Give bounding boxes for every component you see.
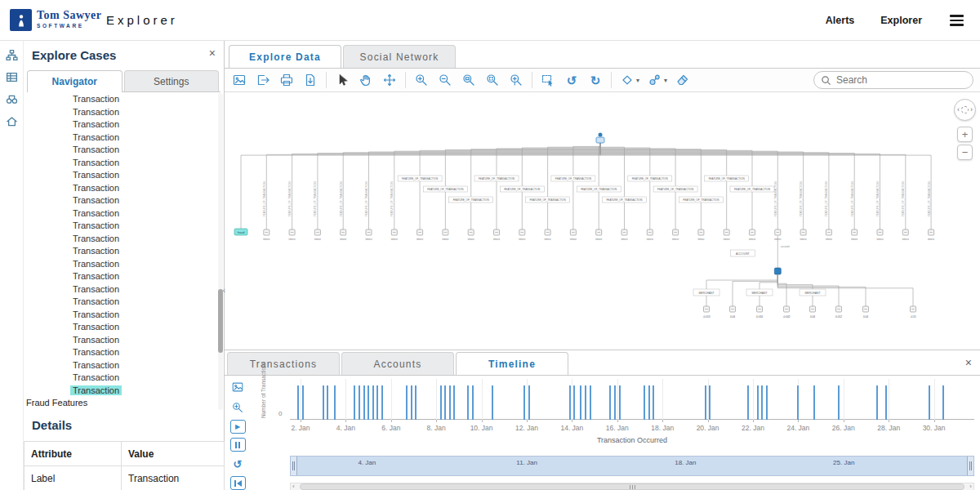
horizontal-scrollbar[interactable]: ‹ › (290, 483, 974, 490)
tree-item-transaction[interactable]: Transaction (24, 258, 224, 271)
tree-item-transaction[interactable]: Transaction (24, 106, 224, 119)
print-icon[interactable] (278, 72, 295, 88)
table-row[interactable]: Label Transaction (24, 466, 225, 490)
graph-label: FEATURE_OF_TRANSACTION (453, 198, 489, 202)
tree-item-transaction[interactable]: Transaction (24, 169, 224, 182)
tree-item-fraud-features[interactable]: Fraud Features (24, 397, 224, 410)
cluster-dropdown[interactable]: ▾ (647, 72, 667, 88)
move-icon[interactable] (381, 72, 398, 88)
zoom-in-button[interactable]: + (957, 127, 973, 142)
pause-icon[interactable] (230, 438, 246, 452)
brush-right-handle[interactable] (967, 457, 973, 475)
reset-icon[interactable]: ↺ (229, 456, 246, 472)
tree-item-transaction[interactable]: Transaction (24, 131, 224, 145)
tree-item-transaction[interactable]: Transaction (24, 220, 224, 233)
brush-left-handle[interactable] (291, 457, 297, 475)
nav-alerts[interactable]: Alerts (826, 15, 854, 26)
tree-item-transaction[interactable]: Transaction (24, 372, 224, 385)
timeline-brush[interactable]: 4. Jan11. Jan18. Jan25. Jan (290, 456, 974, 476)
layout-dropdown[interactable]: ▾ (619, 72, 639, 88)
tree-item-transaction[interactable]: Transaction (24, 270, 224, 283)
zoom-out-icon[interactable] (437, 72, 453, 88)
interactive-zoom-icon[interactable] (508, 72, 524, 88)
zoom-box-icon[interactable] (461, 72, 477, 88)
tab-accounts[interactable]: Accounts (341, 352, 454, 375)
tab-explore-data[interactable]: Explore Data (229, 45, 341, 68)
layout-diamond-icon[interactable] (619, 72, 635, 88)
tree-item-transaction[interactable]: Transaction (24, 233, 224, 246)
tree-item-transaction[interactable]: Transaction (24, 283, 224, 296)
scrollbar-thumb[interactable] (218, 289, 223, 353)
tree-item-transaction[interactable]: Transaction (24, 144, 224, 157)
graph-root-node[interactable] (599, 133, 603, 137)
tom-sawyer-logo[interactable]: Tom Sawyer SOFTWARE (10, 9, 102, 31)
pan-hand-icon[interactable] (358, 72, 374, 88)
select-cursor-icon[interactable] (334, 72, 350, 88)
tree-item-transaction[interactable]: Transaction (24, 334, 224, 347)
close-bottom-panel-icon[interactable]: × (965, 357, 972, 368)
graph-label: timest (289, 238, 296, 241)
eraser-icon[interactable] (675, 72, 691, 88)
zoom-in-icon[interactable] (413, 72, 430, 88)
panel-collapse-icon[interactable]: ‹ (223, 286, 225, 295)
export-pdf-icon[interactable] (302, 72, 318, 88)
graph-svg[interactable]: FEATURE_OF_TRANSACTIONFEATURE_OF_TRANSAC… (225, 92, 980, 350)
grid-icon[interactable] (4, 69, 19, 84)
graph-nav-pad[interactable]: ‹ › (954, 99, 976, 121)
timeline-plot[interactable] (290, 376, 974, 420)
tree-item-transaction[interactable]: Transaction (24, 194, 224, 207)
redo-icon[interactable]: ↻ (587, 72, 604, 88)
fence-select-icon[interactable] (540, 72, 556, 88)
pan-left-icon[interactable]: ‹ (957, 106, 960, 114)
tab-settings[interactable]: Settings (124, 70, 220, 91)
case-list-scrollbar[interactable] (218, 93, 223, 410)
tree-item-transaction[interactable]: Transaction (24, 118, 224, 131)
tree-item-transaction[interactable]: Transaction (24, 245, 224, 258)
chevron-down-icon[interactable]: ▾ (664, 77, 667, 84)
tree-item-transaction[interactable]: Transaction (24, 309, 224, 322)
scroll-left-icon[interactable]: ‹ (292, 483, 295, 490)
tab-navigator[interactable]: Navigator (27, 70, 122, 92)
binoculars-icon[interactable] (4, 91, 19, 106)
tree-item-transaction[interactable]: Transaction (24, 157, 224, 170)
cluster-bubbles-icon[interactable] (647, 72, 663, 88)
graph-account-node[interactable] (774, 268, 781, 274)
search-box[interactable] (813, 71, 973, 89)
home-icon[interactable] (4, 114, 19, 128)
export-icon[interactable] (255, 72, 271, 88)
hierarchy-icon[interactable] (4, 47, 19, 62)
tree-item-transaction[interactable]: Transaction (24, 346, 224, 359)
tick-mark (798, 420, 799, 422)
app-root: Tom Sawyer SOFTWARE Explorer Alerts Expl… (0, 0, 980, 490)
scroll-right-icon[interactable]: › (969, 483, 972, 490)
close-panel-icon[interactable]: × (209, 47, 216, 59)
tab-timeline[interactable]: Timeline (456, 352, 568, 375)
zoom-out-button[interactable]: − (957, 145, 973, 160)
undo-icon[interactable]: ↺ (564, 72, 580, 88)
pan-right-icon[interactable]: › (970, 106, 973, 114)
tree-item-transaction[interactable]: Transaction (24, 93, 224, 106)
step-back-icon[interactable] (230, 476, 246, 490)
tree-item-transaction[interactable]: Transaction (24, 207, 224, 220)
chart-image-icon[interactable] (229, 379, 246, 395)
graph-root-node[interactable] (596, 137, 604, 143)
graph-canvas[interactable]: FEATURE_OF_TRANSACTIONFEATURE_OF_TRANSAC… (225, 92, 980, 350)
chevron-down-icon[interactable]: ▾ (636, 77, 639, 84)
tree-item-transaction[interactable]: Transaction (24, 321, 224, 334)
tree-item-transaction[interactable]: Transaction (24, 359, 224, 372)
center-target-icon[interactable] (961, 106, 969, 114)
tree-item-transaction[interactable]: Transaction (24, 182, 224, 195)
tab-social-network[interactable]: Social Network (343, 45, 456, 68)
scrollbar-thumb[interactable] (300, 483, 964, 490)
graph-edge (241, 143, 600, 229)
tab-transactions[interactable]: Transactions (227, 352, 340, 375)
search-input[interactable] (836, 74, 959, 86)
play-icon[interactable]: ▶ (230, 420, 246, 434)
zoom-icon[interactable] (229, 399, 246, 416)
hamburger-menu-icon[interactable] (948, 11, 965, 29)
zoom-fit-icon[interactable] (484, 72, 501, 88)
image-export-icon[interactable] (231, 72, 247, 88)
tree-item-transaction[interactable]: Transaction (24, 296, 224, 309)
tree-item-transaction[interactable]: Transaction (24, 385, 224, 398)
nav-explorer[interactable]: Explorer (880, 15, 922, 26)
